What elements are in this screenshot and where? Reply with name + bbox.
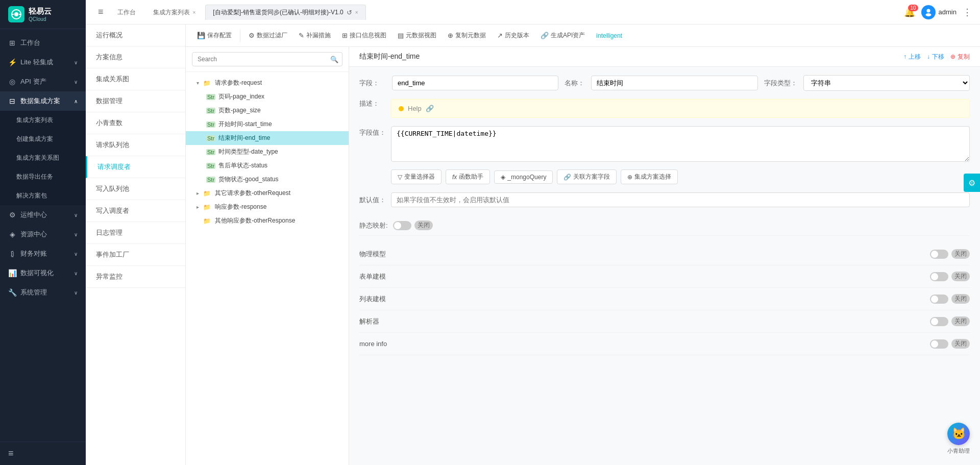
name-input[interactable] (591, 76, 757, 90)
move-up-button[interactable]: ↑ 上移 (903, 53, 921, 61)
tree-node-start-time[interactable]: Str 开始时间-start_time (186, 117, 349, 131)
physical-model-toggle[interactable] (930, 250, 948, 259)
tree-arrow-request[interactable]: ▾ (194, 80, 201, 86)
sidebar-collapse-icon[interactable]: ≡ (8, 448, 14, 458)
left-panel-request-queue[interactable]: 请求队列池 (86, 134, 185, 156)
api-icon: ◎ (8, 78, 16, 86)
parser-toggle[interactable] (930, 317, 948, 326)
split-view: 🔍 ▾ 📁 请求参数-request (186, 47, 980, 465)
tree-node-good-status[interactable]: Str 货物状态-good_status (186, 173, 349, 186)
sidebar-item-finance[interactable]: ₿ 财务对账 ∨ (0, 244, 86, 263)
left-panel-write-queue[interactable]: 写入队列池 (86, 178, 185, 200)
move-down-button[interactable]: ↓ 下移 (927, 53, 944, 61)
intelligent-button[interactable]: intelligent (591, 30, 627, 42)
left-panel-xiao-qing[interactable]: 小青查数 (86, 112, 185, 134)
tree-arrow-response[interactable]: ▸ (194, 204, 201, 210)
field-type-select[interactable]: 字符串 整数 浮点数 布尔值 日期 对象 数组 (803, 75, 970, 91)
tree-node-request-params[interactable]: ▾ 📁 请求参数-request (186, 76, 349, 90)
copy-field-button[interactable]: ⊕ 复制 (950, 53, 970, 61)
left-panel-exception-monitor[interactable]: 异常监控 (86, 266, 185, 288)
notification-btn[interactable]: 🔔 10 (904, 7, 915, 18)
link-field-button[interactable]: 🔗 关联方案字段 (557, 169, 617, 184)
default-value-input[interactable] (391, 192, 970, 207)
help-link[interactable]: 🔗 (426, 105, 434, 112)
topbar-menu-icon[interactable]: ≡ (94, 5, 108, 19)
tab-workbench[interactable]: 工作台 (110, 5, 143, 20)
more-icon[interactable]: ⋮ (963, 7, 972, 18)
sidebar-item-solution-package[interactable]: 解决方案包 (0, 186, 86, 205)
tab-integration-list[interactable]: 集成方案列表 × (145, 5, 204, 20)
field-input[interactable] (392, 76, 558, 90)
logo-area[interactable]: 轻易云 QCIoud (0, 0, 86, 29)
data-filter-button[interactable]: ⚙ 数据过滤厂 (243, 29, 292, 42)
user-info[interactable]: admin (921, 5, 957, 19)
str-icon-good-status: Str (206, 177, 215, 183)
tree-node-other-response[interactable]: ▸ 📁 其他响应参数-otherResponse (186, 214, 349, 228)
left-panel-event-factory[interactable]: 事件加工厂 (86, 244, 185, 266)
tree-node-date-type[interactable]: Str 时间类型型-date_type (186, 145, 349, 159)
tree-node-response[interactable]: ▸ 📁 响应参数-response (186, 200, 349, 214)
sidebar-item-lite[interactable]: ⚡ Lite 轻集成 ∨ (0, 53, 86, 72)
sidebar-item-integration-relation[interactable]: 集成方案关系图 (0, 149, 86, 167)
mongo-query-button[interactable]: ◈ _mongoQuery (494, 170, 553, 184)
folder-icon-request: 📁 (203, 80, 211, 87)
tree-node-other-request[interactable]: ▸ 📁 其它请求参数-otherRequest (186, 186, 349, 200)
variable-selector-button[interactable]: ▽ 变量选择器 (391, 169, 442, 184)
field-label: 字段： (359, 79, 386, 88)
sidebar-item-data-export[interactable]: 数据导出任务 (0, 167, 86, 186)
left-panel-write-dispatcher[interactable]: 写入调度者 (86, 200, 185, 222)
tab-main[interactable]: [自动爱梨]-销售退货同步(已确认-明细对接)-V1.0 ↺ × (205, 5, 365, 20)
search-icon: 🔍 (330, 56, 338, 63)
sidebar-item-data-viz[interactable]: 📊 数据可视化 ∨ (0, 263, 86, 283)
search-input[interactable] (192, 52, 342, 66)
left-panel-plan-info[interactable]: 方案信息 (86, 46, 185, 68)
tab-integration-list-close[interactable]: × (193, 10, 196, 15)
left-panel-log-mgmt[interactable]: 日志管理 (86, 222, 185, 244)
form-builder-text: 关闭 (951, 272, 970, 281)
xiao-qing-button[interactable]: 🐱 (947, 423, 970, 445)
notification-badge: 10 (908, 5, 918, 11)
left-panel-overview[interactable]: 运行概况 (86, 25, 185, 46)
detail-title: 结束时间-end_time (359, 52, 420, 61)
tree-arrow-other-request[interactable]: ▸ (194, 190, 201, 196)
field-value-input[interactable]: {{CURRENT_TIME|datetime}} (391, 126, 970, 162)
save-config-button[interactable]: 💾 保存配置 (192, 29, 237, 42)
form-builder-toggle[interactable] (930, 272, 948, 281)
field-type-label: 字段类型： (764, 79, 797, 88)
left-panel-integration-map[interactable]: 集成关系图 (86, 68, 185, 90)
function-helper-button[interactable]: fx 函数助手 (446, 169, 490, 184)
solution-select-button[interactable]: ⊕ 集成方案选择 (621, 169, 678, 184)
tree-node-page-size[interactable]: Str 页数-page_size (186, 104, 349, 117)
field-value-actions: ▽ 变量选择器 fx 函数助手 ◈ _mongoQuery (359, 169, 970, 184)
remediation-button[interactable]: ✎ 补漏措施 (293, 29, 336, 42)
meta-view-button[interactable]: ▤ 元数据视图 (393, 29, 442, 42)
left-panel-request-dispatcher[interactable]: 请求调度者 (86, 156, 185, 178)
left-panel-data-mgmt[interactable]: 数据管理 (86, 90, 185, 112)
more-info-toggle[interactable] (930, 339, 948, 349)
generate-api-button[interactable]: 🔗 生成API资产 (535, 29, 590, 42)
sidebar-item-workbench[interactable]: ⊞ 工作台 (0, 33, 86, 53)
sidebar-footer[interactable]: ≡ (0, 442, 86, 465)
history-button[interactable]: ↗ 历史版本 (492, 29, 534, 42)
list-builder-toggle[interactable] (930, 295, 948, 304)
tab-main-close[interactable]: × (355, 10, 358, 15)
finance-icon: ₿ (8, 250, 16, 258)
sidebar-item-system[interactable]: 🔧 系统管理 ∨ (0, 283, 86, 302)
gear-button[interactable]: ⚙ (964, 174, 980, 192)
physical-model-row: 物理模型 关闭 (359, 243, 970, 265)
sidebar-item-operations[interactable]: ⚙ 运维中心 ∨ (0, 205, 86, 225)
sidebar-item-integration-list[interactable]: 集成方案列表 (0, 111, 86, 130)
tree-node-end-time[interactable]: Str 结束时间-end_time (186, 131, 349, 145)
static-map-toggle[interactable] (393, 221, 411, 230)
field-value-row: 字段值： {{CURRENT_TIME|datetime}} (359, 126, 970, 163)
copy-data-button[interactable]: ⊕ 复制元数据 (443, 29, 491, 42)
sidebar-item-data-integration[interactable]: ⊟ 数据集成方案 ∧ (0, 91, 86, 111)
sidebar-item-create-integration[interactable]: 创建集成方案 (0, 130, 86, 149)
refresh-icon[interactable]: ↺ (347, 9, 352, 16)
tree-node-status[interactable]: Str 售后单状态-status (186, 159, 349, 173)
tree-node-page-index[interactable]: Str 页码-page_index (186, 90, 349, 104)
sidebar-item-api[interactable]: ◎ API 资产 ∨ (0, 72, 86, 91)
operations-icon: ⚙ (8, 211, 16, 219)
interface-view-button[interactable]: ⊞ 接口信息视图 (337, 29, 391, 42)
sidebar-item-resources[interactable]: ◈ 资源中心 ∨ (0, 225, 86, 244)
